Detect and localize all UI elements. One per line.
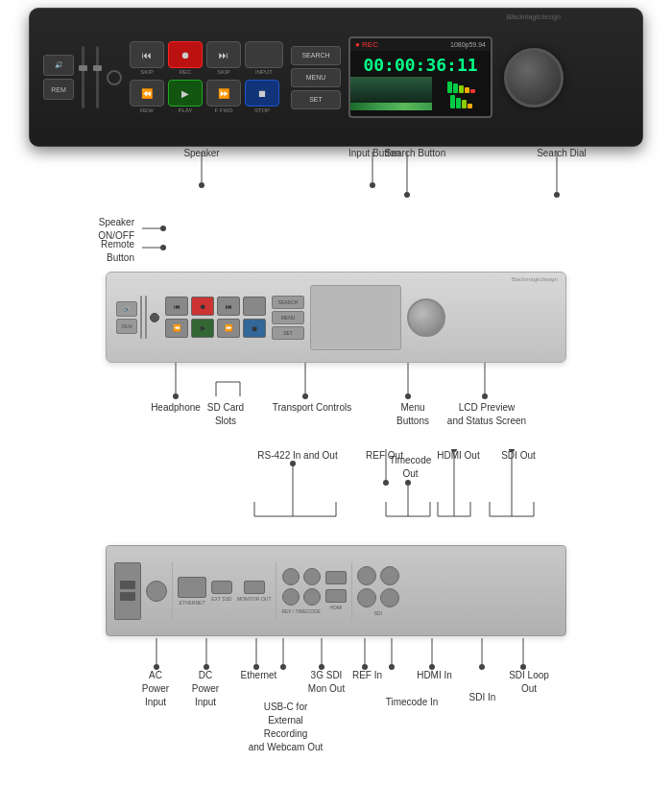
- separator-1: [172, 562, 173, 620]
- usbc-port: [211, 581, 232, 594]
- dc-power-port: [146, 581, 167, 602]
- mid-annotations-section: Headphone SD Card Slots Transport Contro…: [0, 363, 672, 449]
- transport-controls-label: Transport Controls: [269, 401, 355, 415]
- rec-button[interactable]: ⏺: [168, 41, 203, 68]
- vu-seg: [468, 104, 472, 108]
- mid-search-btn: SEARCH: [272, 296, 304, 309]
- hdmi-out-label: HDMI Out: [427, 449, 490, 463]
- mid-speaker-btn: 🔊: [116, 301, 137, 317]
- rew-tb: ⏪ REW: [130, 80, 164, 113]
- connector-annotations-section: RS-422 In and Out REF Out Timecode Out H…: [0, 449, 672, 545]
- mid-rem-btn: REM: [116, 319, 137, 334]
- skip-back-button[interactable]: ⏮: [130, 41, 164, 68]
- transport-row-2: ⏪ REW ▶ PLAY ⏩ F FWD ⏹ STOP: [130, 80, 283, 113]
- rec-tb: ⏺ REC: [168, 41, 203, 75]
- svg-point-13: [173, 393, 179, 399]
- lcd-preview-area: [350, 77, 432, 110]
- input-tb: INPUT: [245, 41, 283, 75]
- mid-slider-1: [140, 296, 142, 339]
- vu-seg: [465, 87, 469, 93]
- ffwd-tb: ⏩ F FWD: [206, 80, 241, 113]
- sdi-out-label: SDI Out: [490, 449, 547, 463]
- volume-slider[interactable]: [82, 46, 84, 108]
- lcd-preview-label: LCD Preview and Status Screen: [444, 401, 530, 428]
- rem-button[interactable]: REM: [43, 79, 74, 100]
- timecode-display: 00:00:36:11: [350, 51, 491, 77]
- svg-point-3: [370, 182, 375, 188]
- sdi-group: SDI: [357, 566, 399, 616]
- bottom-annotation-lines: [0, 638, 672, 785]
- mid-trow-1: ⏮ ⏺ ⏭: [165, 297, 266, 316]
- svg-point-22: [482, 393, 488, 399]
- sd-card-label: SD Card Slots: [192, 401, 259, 428]
- mid-play: ▶: [191, 319, 214, 338]
- set-button[interactable]: SET: [291, 90, 341, 109]
- mid-slider-2: [145, 296, 147, 339]
- speaker-button[interactable]: 🔊: [43, 55, 74, 76]
- format-label: 1080p59.94: [450, 41, 486, 48]
- vu-seg: [470, 89, 475, 93]
- sdi-loop-bd: [380, 566, 399, 585]
- dc-power-label: DC Power Input: [178, 669, 233, 709]
- top-device-photo: 🔊 REM ⏮ SKIP ⏺ REC ⏭ SKIP: [29, 8, 643, 147]
- svg-point-18: [302, 393, 308, 399]
- search-dial-label: Search Dial: [523, 147, 600, 160]
- ethernet-label: Ethernet: [228, 669, 290, 682]
- ref-timecode-ports: [282, 568, 321, 585]
- bottom-annotations-section: AC Power Input DC Power Input Ethernet U…: [0, 638, 672, 785]
- play-button[interactable]: ▶: [168, 80, 203, 107]
- search-buttons-col: SEARCH MENU SET: [291, 46, 341, 109]
- vu-row-2: [450, 95, 472, 108]
- diagram-container: 🔊 REM ⏮ SKIP ⏺ REC ⏭ SKIP: [0, 8, 672, 785]
- ethernet-col: ETHERNET: [178, 577, 206, 606]
- menu-button[interactable]: MENU: [291, 68, 341, 87]
- volume-slider-2[interactable]: [96, 46, 99, 108]
- input-button[interactable]: [245, 41, 283, 68]
- ffwd-button[interactable]: ⏩: [206, 80, 241, 107]
- menu-buttons-label: Menu Buttons: [379, 401, 446, 428]
- rew-button[interactable]: ⏪: [130, 80, 164, 107]
- mid-menu-btn: MENU: [272, 311, 304, 324]
- vu-row-1: [447, 80, 475, 93]
- left-buttons: 🔊 REM: [43, 55, 74, 100]
- timecode-in-port: [303, 588, 321, 606]
- mid-left-buttons: 🔊 REM: [116, 301, 137, 334]
- blackmagic-logo: Blackmagicdesign: [507, 13, 561, 20]
- speaker-label: Speaker: [168, 147, 235, 160]
- vu-seg: [453, 83, 458, 93]
- play-tb: ▶ PLAY: [168, 80, 203, 113]
- search-dial[interactable]: [504, 48, 564, 107]
- mid-device: 🔊 REM ⏮ ⏺ ⏭ ⏪ ▶ ⏩ ⏹: [106, 272, 566, 363]
- stop-button[interactable]: ⏹: [245, 80, 279, 107]
- mid-rec: ⏺: [191, 297, 214, 316]
- search-button-top[interactable]: SEARCH: [291, 46, 341, 65]
- transport-buttons: ⏮ SKIP ⏺ REC ⏭ SKIP INPUT ⏪: [130, 41, 283, 113]
- mid-skip-fwd: ⏭: [217, 297, 240, 316]
- skip-fwd-button[interactable]: ⏭: [206, 41, 241, 68]
- remote-button-label: Remote Button: [58, 238, 134, 265]
- ref-in-port: [282, 588, 300, 606]
- search-button-label: Search Button: [379, 147, 451, 160]
- svg-point-5: [404, 192, 410, 198]
- skip-fwd-tb: ⏭ SKIP: [206, 41, 241, 75]
- ref-in-label: REF In: [341, 669, 394, 682]
- mid-ffwd: ⏩: [217, 319, 240, 338]
- ac-slot-1: [120, 581, 135, 589]
- lcd-header: ● REC 1080p59.94: [350, 38, 491, 51]
- ac-power-port: [114, 562, 141, 620]
- separator-3: [351, 562, 352, 620]
- mid-headphone: [150, 313, 159, 322]
- sdi-in-2-bd: [380, 588, 399, 607]
- mid-rew: ⏪: [165, 319, 188, 338]
- vu-seg: [447, 82, 452, 93]
- separator-2: [276, 562, 276, 620]
- left-controls: 🔊 REM: [43, 46, 122, 108]
- lcd-screen: ● REC 1080p59.94 00:00:36:11: [348, 36, 492, 118]
- mid-transport: ⏮ ⏺ ⏭ ⏪ ▶ ⏩ ⏹: [165, 297, 266, 338]
- ac-slot-2: [120, 592, 135, 601]
- timecode-out-port: [303, 568, 321, 585]
- transport-row-1: ⏮ SKIP ⏺ REC ⏭ SKIP INPUT: [130, 41, 283, 75]
- vu-meters: [432, 77, 491, 110]
- vu-seg: [450, 95, 455, 108]
- timecode-in-label: Timecode In: [377, 696, 446, 709]
